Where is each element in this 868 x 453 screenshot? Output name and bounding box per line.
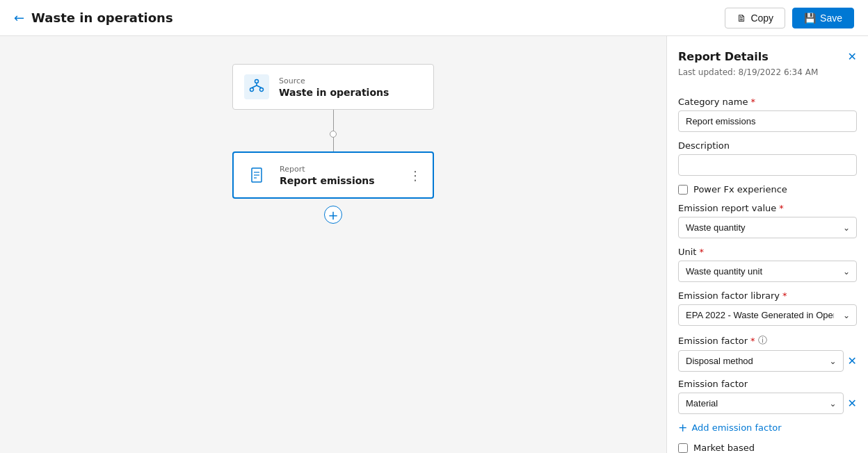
emission-report-value-label: Emission report value * xyxy=(678,203,857,213)
report-node[interactable]: Report Report emissions ⋮ xyxy=(232,151,434,199)
add-emission-factor[interactable]: + Add emission factor xyxy=(678,421,857,434)
info-icon[interactable]: ⓘ xyxy=(758,334,767,347)
emission-report-value-wrapper: Waste quantity ⌄ xyxy=(678,217,857,238)
report-node-name: Report emissions xyxy=(280,175,399,186)
power-fx-row: Power Fx experience xyxy=(678,184,857,195)
svg-point-0 xyxy=(255,80,259,83)
add-emission-factor-icon: + xyxy=(678,421,687,434)
emission-report-value-select[interactable]: Waste quantity xyxy=(678,217,857,238)
connector-line-1 xyxy=(333,110,334,131)
report-node-type: Report xyxy=(280,165,399,174)
emission-factor-library-select[interactable]: EPA 2022 - Waste Generated in Opera... xyxy=(678,304,857,326)
ef-clear-2[interactable]: ✕ xyxy=(848,397,857,410)
report-icon xyxy=(245,163,270,188)
svg-line-5 xyxy=(257,85,262,88)
market-based-checkbox[interactable] xyxy=(678,443,688,453)
top-bar-right: 🗎 Copy 💾 Save xyxy=(725,8,854,28)
panel-header: Report Details ✕ xyxy=(678,50,857,63)
connector-top xyxy=(330,110,337,151)
connector-line-2 xyxy=(333,138,334,151)
flow-container: Source Waste in operations xyxy=(232,64,434,224)
category-name-input[interactable] xyxy=(678,110,857,132)
add-emission-factor-label: Add emission factor xyxy=(691,422,781,433)
report-node-content: Report Report emissions xyxy=(280,165,399,186)
power-fx-checkbox[interactable] xyxy=(678,185,688,195)
description-label: Description xyxy=(678,140,857,151)
save-icon: 💾 xyxy=(804,13,816,24)
save-button[interactable]: 💾 Save xyxy=(792,8,854,28)
emission-factor-select-1[interactable]: Disposal method xyxy=(678,350,844,372)
right-panel: Report Details ✕ Last updated: 8/19/2022… xyxy=(666,36,868,453)
copy-button[interactable]: 🗎 Copy xyxy=(725,8,785,28)
required-star-2: * xyxy=(779,203,784,213)
close-panel-button[interactable]: ✕ xyxy=(848,50,857,63)
copy-label: Copy xyxy=(750,13,773,24)
page-title: Waste in operations xyxy=(31,10,173,25)
copy-icon: 🗎 xyxy=(737,13,746,24)
category-name-label: Category name * xyxy=(678,97,857,107)
connector-circle xyxy=(330,131,337,138)
back-button[interactable]: ← xyxy=(14,10,24,25)
required-star-5: * xyxy=(750,336,755,346)
required-star-4: * xyxy=(782,290,787,301)
power-fx-label: Power Fx experience xyxy=(693,184,787,195)
unit-select[interactable]: Waste quantity unit xyxy=(678,261,857,282)
ef-select-wrapper-2: Material ⌄ xyxy=(678,393,844,414)
source-node[interactable]: Source Waste in operations xyxy=(232,64,434,110)
report-node-menu[interactable]: ⋮ xyxy=(409,168,421,183)
main-content: Source Waste in operations xyxy=(0,36,868,453)
emission-factor-select-2[interactable]: Material xyxy=(678,393,844,414)
canvas-area: Source Waste in operations xyxy=(0,36,666,453)
ef-clear-1[interactable]: ✕ xyxy=(848,354,857,368)
emission-factor-row-1: Disposal method ⌄ ✕ xyxy=(678,350,857,372)
source-node-type: Source xyxy=(279,76,422,85)
required-star-3: * xyxy=(699,247,704,257)
unit-label: Unit * xyxy=(678,247,857,257)
add-node-button[interactable]: + xyxy=(324,206,342,224)
svg-point-1 xyxy=(250,88,254,92)
ef-select-wrapper-1: Disposal method ⌄ xyxy=(678,350,844,372)
emission-factor-label: Emission factor * ⓘ xyxy=(678,334,857,347)
svg-line-4 xyxy=(252,85,257,88)
emission-factor-library-label: Emission factor library * xyxy=(678,290,857,301)
panel-subtitle: Last updated: 8/19/2022 6:34 AM xyxy=(678,67,857,77)
top-bar: ← Waste in operations 🗎 Copy 💾 Save xyxy=(0,0,868,36)
required-star-1: * xyxy=(750,97,755,107)
description-input[interactable] xyxy=(678,154,857,176)
panel-title: Report Details xyxy=(678,50,769,63)
source-icon xyxy=(249,78,264,96)
emission-factor-row-2: Material ⌄ ✕ xyxy=(678,393,857,414)
emission-factor-library-wrapper: EPA 2022 - Waste Generated in Opera... ⌄ xyxy=(678,304,857,326)
svg-point-2 xyxy=(260,88,264,92)
save-label: Save xyxy=(820,13,842,24)
source-node-content: Source Waste in operations xyxy=(279,76,422,98)
market-based-label: Market based xyxy=(693,443,755,453)
top-bar-left: ← Waste in operations xyxy=(14,10,173,25)
unit-wrapper: Waste quantity unit ⌄ xyxy=(678,261,857,282)
source-node-name: Waste in operations xyxy=(279,87,422,98)
market-based-row: Market based xyxy=(678,443,857,453)
emission-factor-label-2: Emission factor xyxy=(678,379,857,389)
source-icon-bg xyxy=(244,74,269,99)
